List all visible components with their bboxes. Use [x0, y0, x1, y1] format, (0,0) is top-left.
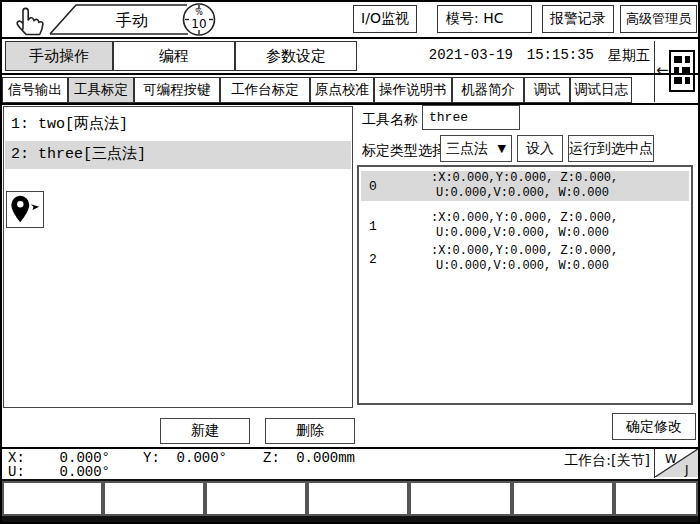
model-number-button[interactable]: 模号: HC [437, 5, 532, 33]
divider [0, 447, 700, 449]
function-key-3[interactable] [205, 481, 307, 516]
status-y-label: Y: [143, 450, 160, 466]
speed-unit: % [195, 8, 203, 17]
calibration-points-list: 0 :X:0.000,Y:0.000, Z:0.000, U:0.000,V:0… [357, 165, 693, 405]
point-index: 1 [361, 211, 431, 241]
subtab-signal-output[interactable]: 信号输出 [2, 77, 68, 103]
tab-parameter-setting[interactable]: 参数设定 [235, 41, 357, 71]
divider [0, 103, 700, 105]
subtab-debug[interactable]: 调试 [524, 77, 570, 103]
delete-button[interactable]: 删除 [265, 418, 355, 444]
subtab-debug-log[interactable]: 调试日志 [570, 77, 632, 103]
status-y-value: 0.000° [162, 450, 227, 466]
status-z-label: Z: [263, 450, 280, 466]
confirm-modify-button[interactable]: 确定修改 [612, 413, 696, 440]
point-index: 2 [361, 244, 431, 274]
status-z-value: 0.000mm [283, 450, 355, 466]
point-coords-line2: U:0.000,V:0.000, W:0.000 [431, 186, 618, 201]
status-u-value: 0.000° [35, 464, 110, 480]
admin-level-button[interactable]: 高级管理员 [620, 5, 697, 33]
divider [0, 73, 700, 75]
function-key-2[interactable] [103, 481, 205, 516]
point-coords-line1: :X:0.000,Y:0.000, Z:0.000, [431, 171, 618, 186]
point-coords: :X:0.000,Y:0.000, Z:0.000, U:0.000,V:0.0… [431, 171, 618, 201]
tool-list-panel: 1: two[两点法] 2: three[三点法] [3, 106, 353, 408]
point-row-1[interactable]: 1 :X:0.000,Y:0.000, Z:0.000, U:0.000,V:0… [361, 211, 689, 241]
soft-keyboard-toggle[interactable]: ← [654, 41, 698, 102]
point-row-2[interactable]: 2 :X:0.000,Y:0.000, Z:0.000, U:0.000,V:0… [361, 244, 689, 274]
function-key-6[interactable] [512, 481, 614, 516]
function-key-1[interactable] [2, 481, 103, 516]
coord-mode-toggle[interactable]: W J [654, 449, 698, 478]
status-u-label: U: [8, 464, 25, 480]
mode-label: 手动 [116, 11, 148, 30]
new-button[interactable]: 新建 [160, 418, 250, 444]
run-to-selected-point-button[interactable]: 运行到选中点 [568, 135, 654, 162]
hand-icon [8, 4, 46, 40]
move-to-point-button[interactable] [6, 191, 44, 228]
function-key-strip [0, 479, 700, 524]
workbench-mode-label: 工作台:[关节] [500, 452, 650, 470]
function-key-5[interactable] [409, 481, 512, 516]
point-coords-line2: U:0.000,V:0.000, W:0.000 [431, 226, 618, 241]
subtab-origin-calibration[interactable]: 原点校准 [310, 77, 374, 103]
coord-mode-world: W [665, 452, 677, 466]
speed-value: 10 [191, 17, 206, 31]
chevron-down-icon: ▼ [498, 142, 506, 155]
subtab-worktable-calibration[interactable]: 工作台标定 [220, 77, 310, 103]
divider [0, 37, 700, 39]
subtab-tool-calibration[interactable]: 工具标定 [68, 77, 134, 103]
io-monitor-button[interactable]: I/O监视 [353, 5, 417, 33]
time-text: 15:15:35 [527, 47, 594, 65]
calibration-type-value: 三点法 [446, 140, 488, 158]
tab-manual-operation[interactable]: 手动操作 [5, 41, 113, 71]
function-key-7[interactable] [614, 481, 698, 516]
point-row-0[interactable]: 0 :X:0.000,Y:0.000, Z:0.000, U:0.000,V:0… [361, 171, 689, 201]
tool-list-item-2[interactable]: 2: three[三点法] [5, 141, 351, 169]
tool-list-item-1[interactable]: 1: two[两点法] [5, 111, 351, 139]
point-coords-line1: :X:0.000,Y:0.000, Z:0.000, [431, 244, 618, 259]
tab-programming[interactable]: 编程 [113, 41, 235, 71]
calibration-type-label: 标定类型选择 [362, 142, 446, 160]
robot-control-screen: 手动 % 10 I/O监视 模号: HC 报警记录 高级管理员 手动操作 编程 … [0, 0, 700, 524]
subtab-operation-manual[interactable]: 操作说明书 [374, 77, 452, 103]
point-coords: :X:0.000,Y:0.000, Z:0.000, U:0.000,V:0.0… [431, 244, 618, 274]
weekday-text: 星期五 [608, 47, 650, 65]
left-arrow-icon: ← [656, 61, 669, 79]
point-coords-line2: U:0.000,V:0.000, W:0.000 [431, 259, 618, 274]
subtab-machine-intro[interactable]: 机器简介 [452, 77, 524, 103]
function-key-4[interactable] [307, 481, 409, 516]
datetime: 2021-03-19 15:15:35 星期五 [380, 47, 650, 65]
location-pin-icon [8, 193, 42, 226]
point-coords-line1: :X:0.000,Y:0.000, Z:0.000, [431, 211, 618, 226]
set-in-button[interactable]: 设入 [517, 135, 563, 162]
coord-mode-joint: J [684, 463, 689, 477]
point-coords: :X:0.000,Y:0.000, Z:0.000, U:0.000,V:0.0… [431, 211, 618, 241]
point-index: 0 [361, 171, 431, 201]
mode-banner: 手动 % 10 [46, 1, 222, 42]
tool-name-label: 工具名称 [362, 111, 418, 129]
subtab-programmable-keys[interactable]: 可编程按键 [134, 77, 220, 103]
keyboard-icon [669, 50, 695, 92]
tool-name-input[interactable] [422, 105, 520, 130]
date-text: 2021-03-19 [429, 47, 513, 65]
calibration-type-select[interactable]: 三点法 ▼ [440, 135, 512, 162]
alarm-record-button[interactable]: 报警记录 [542, 5, 614, 33]
